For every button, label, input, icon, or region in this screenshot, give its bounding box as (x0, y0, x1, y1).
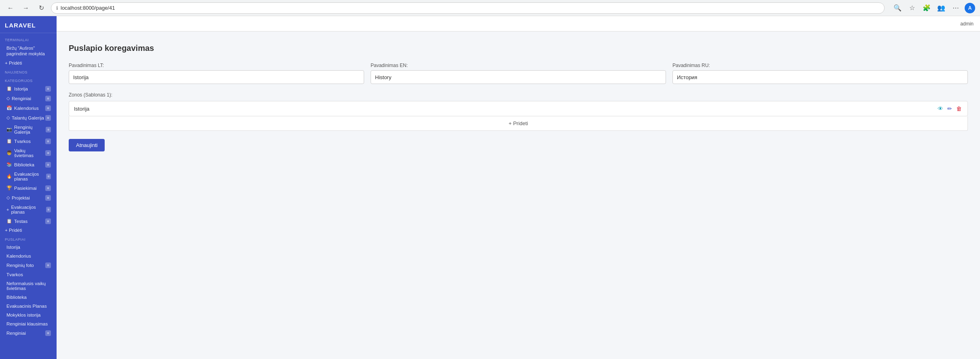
back-button[interactable]: ← (5, 2, 16, 14)
main-content: Puslapio koregavimas Pavadinimas LT: Pav… (57, 31, 980, 359)
user-avatar[interactable]: A (965, 3, 975, 13)
profile-button[interactable]: 👥 (936, 2, 947, 14)
tvarkos-badge: ≡ (45, 139, 51, 144)
sidebar-item-pasiekimai-kat-label: Pasiekimai (14, 186, 37, 191)
label-lt: Pavadinimas LT: (69, 63, 364, 68)
top-bar: admin (57, 16, 980, 31)
sidebar-item-tvarkos-kat[interactable]: 📋Tvarkos ≡ (2, 137, 55, 146)
name-fields-row: Pavadinimas LT: Pavadinimas EN: Pavadini… (69, 63, 968, 84)
testas-icon: 📋 (6, 218, 12, 224)
sidebar-item-renginiai-psl[interactable]: Renginiai ≡ (2, 329, 55, 338)
update-button[interactable]: Atnaujinti (69, 139, 105, 151)
sidebar-item-projektai-kat-label: Projektai (12, 195, 30, 200)
evakuacijos2-icon: + (6, 207, 9, 212)
renginiai-icon: ◇ (6, 96, 10, 101)
section-label-kategorijos: KATEGORIJOS (0, 76, 57, 84)
sidebar-item-biblioteka-psl[interactable]: Biblioteka (2, 293, 55, 301)
zone-edit-button[interactable]: ✏ (946, 105, 953, 113)
sidebar-item-talenty-kat[interactable]: ◇Talantų Galerija ≡ (2, 113, 55, 122)
evakuacijos-badge: ≡ (46, 174, 51, 179)
input-en[interactable] (371, 70, 666, 84)
renginiai-badge: ≡ (45, 96, 51, 101)
sidebar-item-neformalusis-psl-label: Neformalusis vaikų švietimas (6, 281, 51, 291)
sidebar-item-evakuacijos-kat-label: Evakuacijos planas (14, 172, 46, 181)
renginiai-psl-badge: ≡ (45, 330, 51, 336)
form-group-lt: Pavadinimas LT: (69, 63, 364, 84)
sidebar-item-kalendorius-psl[interactable]: Kalendorius (2, 252, 55, 260)
sidebar-item-mokykla[interactable]: Biržų "Aušros" pagrindinė mokykla (2, 44, 55, 59)
sidebar-item-mokyklos-psl[interactable]: Mokyklos istorija (2, 311, 55, 319)
sidebar-item-testas-kat[interactable]: 📋Testas ≡ (2, 217, 55, 226)
browser-chrome: ← → ↻ ℹ localhost:8000/page/41 🔍 ☆ 🧩 👥 ⋯… (0, 0, 980, 16)
sidebar-item-renginiu-foto-psl-label: Renginių foto (6, 263, 34, 268)
sidebar-item-kalendorius-kat[interactable]: 📅Kalendorius ≡ (2, 104, 55, 113)
sidebar-add-kategorijos[interactable]: + Pridėti (0, 226, 57, 234)
sidebar-item-biblioteka-psl-label: Biblioteka (6, 295, 27, 300)
sidebar-item-renginiai-kat-label: Renginiai (12, 96, 31, 101)
sidebar-item-neformalusis-psl[interactable]: Neformalusis vaikų švietimas (2, 279, 55, 292)
extensions-button[interactable]: 🧩 (921, 2, 932, 14)
zone-row: Istorija 👁 ✏ 🗑 (69, 101, 967, 116)
sidebar-item-testas-kat-label: Testas (14, 219, 27, 224)
sidebar-item-biblioteka-kat-label: Biblioteka (14, 162, 34, 167)
sidebar-item-evakuacijos2-kat[interactable]: +Evakuacijos planas ≡ (2, 203, 55, 216)
istorija-badge: ≡ (45, 86, 51, 92)
zones-label: Zonos (Sablonas 1): (69, 92, 968, 98)
sidebar-item-renginiu-galerija-kat[interactable]: 📷Renginių Galerija ≡ (2, 123, 55, 136)
talenty-icon: ◇ (6, 115, 10, 120)
section-label-terminalai: TERMINALAI (0, 35, 57, 43)
sidebar-item-istorija-psl-label: Istorija (6, 245, 20, 250)
sidebar-item-biblioteka-kat[interactable]: 📚Biblioteka ≡ (2, 160, 55, 169)
sidebar-item-pasiekimai-kat[interactable]: 🏆Pasiekimai ≡ (2, 184, 55, 193)
search-button[interactable]: 🔍 (892, 2, 903, 14)
sidebar-item-evakuacijos2-kat-label: Evakuacijos planas (11, 205, 46, 214)
sidebar-item-istorija-psl[interactable]: Istorija (2, 243, 55, 251)
top-bar-user: admin (960, 21, 974, 27)
sidebar-item-projektai-kat[interactable]: ◇Projektai ≡ (2, 193, 55, 202)
sidebar-item-tvarkos-psl[interactable]: Tvarkos (2, 271, 55, 279)
tvarkos-icon: 📋 (6, 139, 12, 144)
sidebar-item-renginiai-kat[interactable]: ◇Renginiai ≡ (2, 94, 55, 103)
address-bar[interactable]: ℹ localhost:8000/page/41 (51, 2, 885, 14)
sidebar-item-renginiai-klausimas-psl[interactable]: Renginiai klausimas (2, 320, 55, 328)
evakuacijos2-badge: ≡ (46, 207, 51, 212)
vaiku-icon: 👦 (6, 150, 12, 155)
sidebar-item-mokykla-label: Biržų "Aušros" pagrindinė mokykla (6, 45, 51, 57)
zone-name: Istorija (74, 106, 89, 112)
zone-actions: 👁 ✏ 🗑 (937, 105, 963, 113)
sidebar-item-vaiku-kat[interactable]: 👦Vaikų švietimas ≡ (2, 147, 55, 160)
section-label-naujienos: NAUJIENOS (0, 67, 57, 76)
kalendorius-icon: 📅 (6, 105, 12, 111)
sidebar-item-istorija-kat[interactable]: 📋Istorija ≡ (2, 84, 55, 93)
projektai-icon: ◇ (6, 195, 10, 200)
zones-section: Zonos (Sablonas 1): Istorija 👁 ✏ 🗑 + Pri… (69, 92, 968, 131)
renginiu-gal-icon: 📷 (6, 127, 12, 132)
zone-view-button[interactable]: 👁 (937, 105, 944, 113)
input-lt[interactable] (69, 70, 364, 84)
form-group-en: Pavadinimas EN: (371, 63, 666, 84)
testas-badge: ≡ (45, 218, 51, 224)
input-ru[interactable] (672, 70, 968, 84)
forward-button[interactable]: → (20, 2, 32, 14)
refresh-button[interactable]: ↻ (36, 2, 47, 14)
label-en: Pavadinimas EN: (371, 63, 666, 68)
sidebar-item-mokyklos-psl-label: Mokyklos istorija (6, 313, 40, 317)
pasiekimai-icon: 🏆 (6, 185, 12, 191)
talenty-badge: ≡ (45, 115, 51, 121)
sidebar-item-evakuacinis-psl[interactable]: Evakuacinis Planas (2, 302, 55, 310)
menu-button[interactable]: ⋯ (950, 2, 961, 14)
app-layout: LARAVEL TERMINALAI Biržų "Aušros" pagrin… (0, 16, 980, 359)
lock-icon: ℹ (56, 5, 58, 11)
sidebar-item-renginiu-foto-psl[interactable]: Renginių foto ≡ (2, 261, 55, 270)
browser-right-icons: 🔍 ☆ 🧩 👥 ⋯ A (892, 2, 975, 14)
sidebar-item-kalendorius-psl-label: Kalendorius (6, 254, 31, 258)
sidebar-item-evakuacijos-kat[interactable]: 🔥Evakuacijos planas ≡ (2, 170, 55, 183)
vaiku-badge: ≡ (45, 150, 51, 156)
sidebar-item-tvarkos-kat-label: Tvarkos (14, 139, 31, 144)
sidebar: LARAVEL TERMINALAI Biržų "Aušros" pagrin… (0, 16, 57, 359)
star-button[interactable]: ☆ (906, 2, 918, 14)
add-zone-button[interactable]: + Prideti (69, 116, 968, 131)
zone-delete-button[interactable]: 🗑 (955, 105, 963, 113)
sidebar-add-terminalai[interactable]: + Pridėti (0, 59, 57, 67)
section-label-puslapiai: PUSLAPIAI (0, 234, 57, 243)
